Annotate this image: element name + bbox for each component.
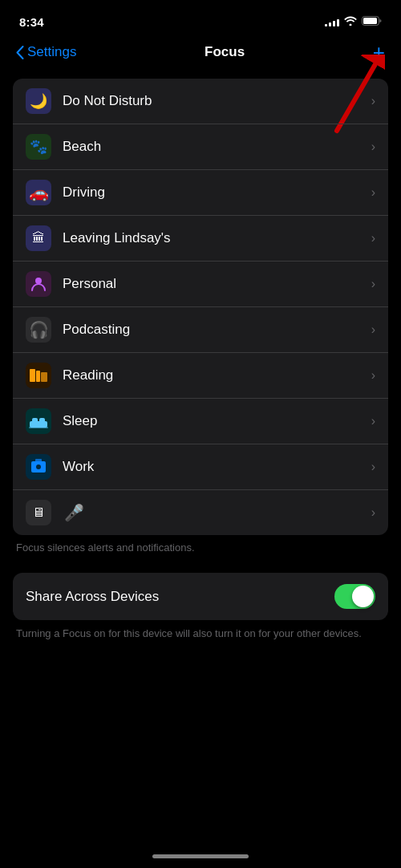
focus-item-driving[interactable]: 🚗 Driving ›: [13, 170, 388, 216]
page-title: Focus: [205, 44, 245, 60]
focus-item-reading[interactable]: Reading ›: [13, 353, 388, 399]
focus-item-label: Do Not Disturb: [63, 93, 371, 109]
custom-focus-icon: 🖥: [26, 500, 51, 525]
chevron-right-icon: ›: [371, 505, 375, 520]
work-icon: [26, 454, 51, 480]
svg-rect-6: [36, 371, 40, 382]
toggle-thumb: [352, 586, 374, 607]
chevron-right-icon: ›: [371, 94, 375, 108]
focus-item-sleep[interactable]: Sleep ›: [13, 399, 388, 444]
focus-item-leaving[interactable]: 🏛 Leaving Lindsay's ›: [13, 216, 388, 262]
chevron-right-icon: ›: [371, 231, 375, 245]
share-note: Turning a Focus on for this device will …: [0, 620, 401, 647]
focus-item-custom[interactable]: 🖥 🎤 ›: [13, 490, 388, 535]
chevron-right-icon: ›: [371, 322, 375, 337]
focus-item-label: Leaving Lindsay's: [63, 230, 371, 246]
status-time: 8:34: [19, 15, 44, 29]
sleep-icon: [26, 408, 51, 434]
focus-item-beach[interactable]: 🐾 Beach ›: [13, 124, 388, 170]
beach-icon: 🐾: [26, 134, 51, 160]
chevron-right-icon: ›: [371, 185, 375, 200]
chevron-right-icon: ›: [371, 414, 375, 428]
svg-point-13: [36, 464, 41, 469]
focus-item-label: Work: [63, 459, 371, 475]
chevron-right-icon: ›: [371, 277, 375, 291]
focus-item-label: Driving: [63, 185, 371, 201]
chevron-left-icon: [16, 46, 24, 59]
chevron-right-icon: ›: [371, 460, 375, 474]
personal-icon: [26, 271, 51, 297]
leaving-icon: 🏛: [26, 225, 51, 251]
svg-rect-11: [29, 427, 48, 428]
signal-bars-icon: [325, 17, 339, 26]
nav-bar: Settings Focus +: [0, 35, 401, 72]
focus-item-podcasting[interactable]: 🎧 Podcasting ›: [13, 307, 388, 353]
share-across-devices-label: Share Across Devices: [26, 589, 159, 605]
focus-item-label: Sleep: [63, 413, 371, 429]
back-label: Settings: [27, 44, 76, 60]
chevron-right-icon: ›: [371, 140, 375, 154]
focus-item-label: Personal: [63, 276, 371, 292]
focus-item-personal[interactable]: Personal ›: [13, 262, 388, 307]
wifi-icon: [344, 14, 357, 29]
svg-rect-8: [30, 421, 47, 428]
podcasting-icon: 🎧: [26, 317, 51, 343]
focus-item-do-not-disturb[interactable]: 🌙 Do Not Disturb ›: [13, 79, 388, 124]
microphone-icon: 🎤: [64, 503, 84, 522]
svg-rect-5: [30, 369, 35, 382]
svg-rect-7: [41, 372, 47, 382]
reading-icon: [26, 363, 51, 388]
add-focus-button[interactable]: +: [373, 42, 385, 63]
svg-rect-9: [32, 418, 38, 423]
svg-rect-14: [35, 459, 42, 462]
focus-item-label: Podcasting: [63, 322, 371, 338]
share-across-devices-toggle[interactable]: [334, 584, 375, 609]
svg-rect-1: [363, 18, 377, 24]
status-icons: [325, 14, 382, 29]
do-not-disturb-icon: 🌙: [26, 88, 51, 114]
home-indicator: [152, 854, 249, 858]
focus-item-label: Beach: [63, 139, 371, 155]
focus-list: 🌙 Do Not Disturb › 🐾 Beach › 🚗 Driving ›…: [13, 79, 388, 535]
battery-icon: [362, 14, 382, 29]
driving-icon: 🚗: [26, 180, 51, 205]
back-button[interactable]: Settings: [16, 44, 76, 60]
focus-item-work[interactable]: Work ›: [13, 444, 388, 490]
svg-rect-10: [39, 418, 45, 423]
chevron-right-icon: ›: [371, 368, 375, 383]
share-across-devices-card: Share Across Devices: [13, 573, 388, 620]
focus-footer-note: Focus silences alerts and notifications.: [0, 535, 401, 560]
focus-item-label: Reading: [63, 367, 371, 383]
svg-point-4: [35, 278, 42, 284]
status-bar: 8:34: [0, 0, 401, 35]
